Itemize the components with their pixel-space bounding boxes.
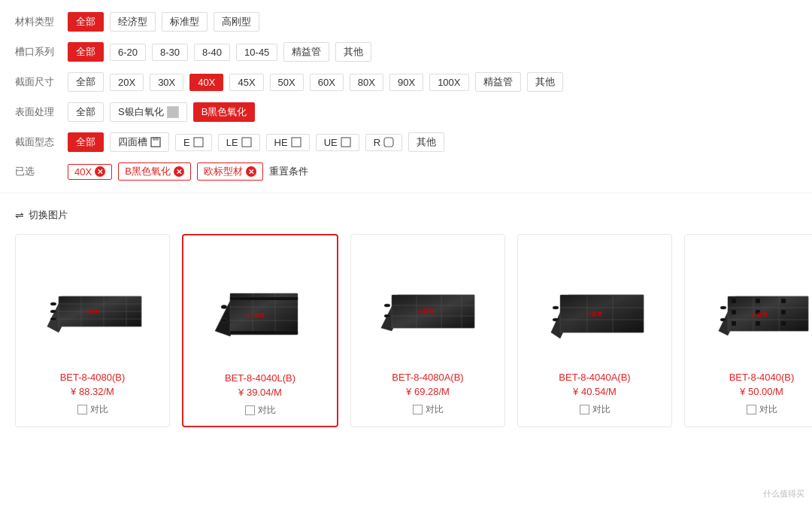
section-option-other[interactable]: 其他 <box>527 72 563 92</box>
product-svg-3: 苏芮 BT <box>360 247 495 360</box>
svg-text:苏芮: 苏芮 <box>592 311 603 317</box>
product-card-3[interactable]: 苏芮 BT BET-8-4080A(B) ¥ 69.28/M 对比 <box>350 234 505 427</box>
groove-options: 全部 6-20 8-30 8-40 10-45 精益管 其他 <box>68 42 371 62</box>
section-option-jingyi[interactable]: 精益管 <box>475 72 521 92</box>
reset-button[interactable]: 重置条件 <box>269 165 308 178</box>
groove-option-all[interactable]: 全部 <box>68 42 104 62</box>
svg-rect-2 <box>156 138 158 140</box>
selected-filter-row: 已选 40X ✕ B黑色氧化 ✕ 欧标型材 ✕ 重置条件 <box>15 162 797 181</box>
product-card-2[interactable]: 苏芮 BT BET-8-4040L(B) ¥ 39.04/M 对比 <box>182 234 338 427</box>
material-option-all[interactable]: 全部 <box>68 12 104 32</box>
section-option-30x[interactable]: 30X <box>150 74 183 91</box>
switch-view-button[interactable]: ⇌ 切换图片 <box>15 208 797 222</box>
surface-option-black[interactable]: B黑色氧化 <box>193 102 256 122</box>
product-name-3: BET-8-4080A(B) <box>360 372 495 383</box>
compare-checkbox-4[interactable] <box>580 405 589 414</box>
product-grid: 苏芮 BT BET-8-4080(B) ¥ 88.32/M 对比 <box>15 234 797 427</box>
shape-option-other[interactable]: 其他 <box>408 132 444 152</box>
svg-text:苏芮: 苏芮 <box>89 308 100 314</box>
tag-eu-close[interactable]: ✕ <box>246 166 256 177</box>
section-option-40x[interactable]: 40X <box>189 74 223 91</box>
groove-option-other[interactable]: 其他 <box>335 42 371 62</box>
shape-option-r[interactable]: R <box>365 134 402 151</box>
surface-option-silver[interactable]: S银白氧化 <box>110 102 187 122</box>
shape-option-ue[interactable]: UE <box>316 134 359 151</box>
svg-point-30 <box>221 305 227 309</box>
product-image-5: 苏芮 BT <box>694 244 812 364</box>
tag-40x-close[interactable]: ✕ <box>95 166 105 177</box>
product-name-1: BET-8-4080(B) <box>25 372 160 383</box>
material-filter-row: 材料类型 全部 经济型 标准型 高刚型 <box>15 12 797 32</box>
svg-text:BT: BT <box>752 313 758 317</box>
tag-black-label: B黑色氧化 <box>125 165 171 178</box>
section-option-45x[interactable]: 45X <box>229 74 263 91</box>
shape-option-le[interactable]: LE <box>218 134 260 151</box>
compare-checkbox-5[interactable] <box>747 405 756 414</box>
le-shape-icon <box>241 137 252 147</box>
groove-option-jingyi[interactable]: 精益管 <box>283 42 329 62</box>
shape-option-he[interactable]: HE <box>266 134 310 151</box>
svg-rect-64 <box>732 299 736 303</box>
svg-rect-4 <box>242 138 251 147</box>
product-card-5[interactable]: 苏芮 BT BET-8-4040(B) ¥ 50.00/M 对比 <box>684 234 812 427</box>
tag-black-close[interactable]: ✕ <box>174 166 184 177</box>
svg-text:BT: BT <box>247 314 253 318</box>
svg-rect-67 <box>732 310 736 314</box>
surface-option-all[interactable]: 全部 <box>68 102 104 122</box>
four-slot-icon <box>150 137 161 147</box>
section-option-100x[interactable]: 100X <box>429 74 468 91</box>
section-option-all[interactable]: 全部 <box>68 72 104 92</box>
shape-option-four[interactable]: 四面槽 <box>110 132 169 152</box>
material-option-standard[interactable]: 标准型 <box>162 12 208 32</box>
groove-option-1045[interactable]: 10-45 <box>236 44 277 61</box>
svg-rect-1 <box>153 138 155 140</box>
section-option-80x[interactable]: 80X <box>350 74 383 91</box>
product-svg-5: 苏芮 BT <box>694 247 812 360</box>
product-price-5: ¥ 50.00/M <box>694 386 812 397</box>
section-option-20x[interactable]: 20X <box>110 74 144 91</box>
material-option-rigid[interactable]: 高刚型 <box>214 12 259 32</box>
product-card-4[interactable]: 苏芮 BT BET-8-4040A(B) ¥ 40.54/M 对比 <box>517 234 672 427</box>
tag-40x: 40X ✕ <box>68 164 112 180</box>
product-image-2: 苏芮 BT <box>192 244 328 365</box>
ue-shape-icon <box>341 137 351 147</box>
material-option-economy[interactable]: 经济型 <box>110 12 156 32</box>
he-shape-icon <box>291 137 301 147</box>
groove-option-830[interactable]: 8-30 <box>152 44 188 61</box>
product-svg-4: 苏芮 BT <box>527 247 662 360</box>
e-shape-icon <box>193 137 204 147</box>
svg-rect-71 <box>756 321 760 326</box>
product-image-3: 苏芮 BT <box>360 244 495 364</box>
compare-checkbox-1[interactable] <box>77 405 87 414</box>
groove-option-620[interactable]: 6-20 <box>110 44 146 61</box>
section-option-50x[interactable]: 50X <box>270 74 304 91</box>
product-card-1[interactable]: 苏芮 BT BET-8-4080(B) ¥ 88.32/M 对比 <box>15 234 170 427</box>
groove-option-840[interactable]: 8-40 <box>194 44 230 61</box>
svg-rect-66 <box>781 299 786 303</box>
svg-rect-69 <box>781 310 786 314</box>
product-svg-2: 苏芮 BT <box>192 248 328 361</box>
compare-checkbox-2[interactable] <box>245 405 255 415</box>
svg-text:苏芮: 苏芮 <box>757 311 768 317</box>
switch-label: 切换图片 <box>29 208 68 222</box>
product-compare-4: 对比 <box>527 403 662 416</box>
compare-label-2: 对比 <box>258 404 276 417</box>
section-option-60x[interactable]: 60X <box>310 74 344 91</box>
svg-rect-28 <box>230 297 298 300</box>
groove-filter-row: 槽口系列 全部 6-20 8-30 8-40 10-45 精益管 其他 <box>15 42 797 62</box>
compare-label-3: 对比 <box>426 403 444 416</box>
svg-point-74 <box>720 318 726 321</box>
svg-point-54 <box>553 318 559 321</box>
shape-option-all[interactable]: 全部 <box>68 132 104 152</box>
section-option-90x[interactable]: 90X <box>389 74 423 91</box>
svg-rect-0 <box>151 138 160 147</box>
shape-option-e[interactable]: E <box>175 134 212 151</box>
tag-eu: 欧标型材 ✕ <box>197 162 263 181</box>
tag-40x-label: 40X <box>74 166 92 178</box>
surface-filter-row: 表面处理 全部 S银白氧化 B黑色氧化 <box>15 102 797 122</box>
compare-checkbox-3[interactable] <box>413 405 423 414</box>
svg-point-31 <box>221 319 227 323</box>
selected-label: 已选 <box>15 165 68 178</box>
product-image-1: 苏芮 BT <box>25 244 160 364</box>
material-label: 材料类型 <box>15 15 68 29</box>
